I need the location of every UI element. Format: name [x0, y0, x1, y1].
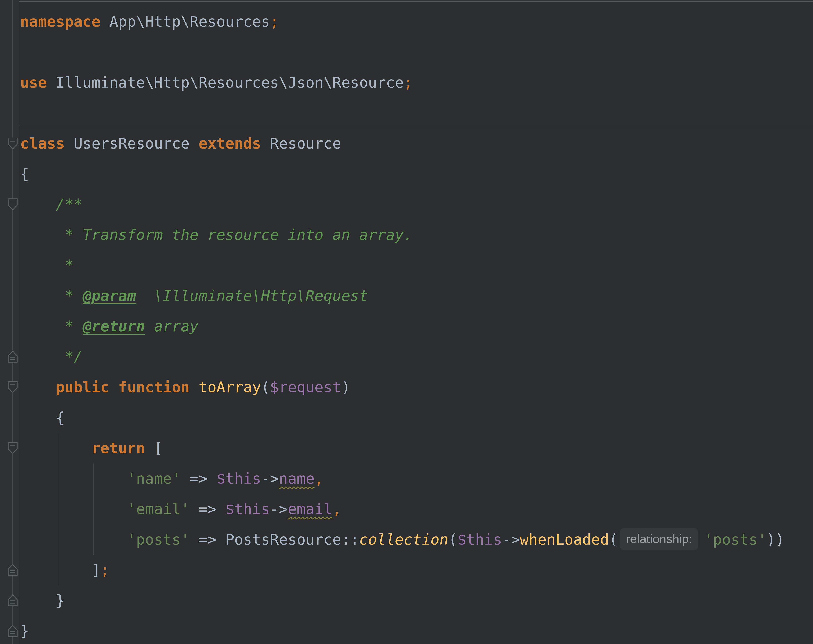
code-token[interactable]: toArray — [199, 378, 261, 396]
code-token[interactable]: extends — [199, 135, 261, 152]
code-token[interactable]: -> — [270, 500, 288, 518]
code-token[interactable]: $request — [270, 378, 341, 396]
code-token[interactable]: 'email' — [127, 500, 190, 518]
code-token[interactable]: 'posts' — [704, 531, 766, 548]
code-token[interactable]: @return — [83, 318, 145, 335]
inline-parameter-hint[interactable]: relationship: — [620, 528, 699, 551]
code-token[interactable]: array — [145, 318, 199, 335]
code-editor: namespace App\Http\Resources;use Illumin… — [0, 0, 813, 644]
code-token[interactable]: collection — [359, 531, 448, 548]
code-token[interactable]: Illuminate\Http\Resources\Json\Resource — [47, 74, 404, 91]
code-token[interactable]: * — [20, 257, 74, 274]
code-token[interactable]: , — [332, 500, 341, 518]
code-token[interactable]: { — [20, 409, 65, 426]
code-token[interactable]: 'name' — [127, 470, 181, 487]
code-token[interactable]: 'posts' — [127, 531, 190, 548]
code-token[interactable]: Resource — [261, 135, 341, 152]
code-token[interactable]: , — [314, 470, 324, 487]
code-token[interactable]: $this — [457, 531, 502, 548]
code-token[interactable]: public — [56, 378, 109, 396]
code-line-4[interactable] — [20, 98, 813, 128]
code-token[interactable] — [190, 378, 199, 396]
code-token[interactable]: $this — [225, 500, 270, 518]
code-area[interactable]: namespace App\Http\Resources;use Illumin… — [0, 0, 813, 644]
code-line-5[interactable]: class UsersResource extends Resource — [20, 128, 813, 159]
code-line-8[interactable]: * Transform the resource into an array. — [20, 220, 813, 250]
code-token[interactable]: { — [20, 165, 29, 183]
code-line-3[interactable]: use Illuminate\Http\Resources\Json\Resou… — [20, 67, 813, 98]
code-token[interactable]: } — [20, 592, 65, 609]
code-line-15[interactable]: return [ — [20, 433, 813, 463]
code-line-17[interactable]: 'email' => $this->email, — [20, 494, 813, 524]
code-line-18[interactable]: 'posts' => PostsResource::collection($th… — [20, 524, 813, 555]
code-token[interactable]: App\Http\Resources — [100, 13, 270, 30]
code-token[interactable] — [20, 439, 92, 457]
code-token[interactable]: return — [92, 439, 145, 457]
code-token[interactable]: ; — [100, 561, 109, 579]
code-token[interactable] — [20, 500, 127, 518]
code-token[interactable]: => — [181, 470, 216, 487]
code-token[interactable]: use — [20, 74, 47, 91]
code-token[interactable]: ; — [270, 13, 279, 30]
code-line-11[interactable]: * @return array — [20, 311, 813, 341]
code-line-14[interactable]: { — [20, 402, 813, 433]
code-token[interactable]: \Illuminate\Http\Request — [136, 287, 368, 304]
code-line-2[interactable] — [20, 37, 813, 67]
code-token[interactable] — [20, 531, 127, 548]
code-token[interactable]: ( — [448, 531, 457, 548]
code-token[interactable]: -> — [261, 470, 279, 487]
code-token[interactable]: ] — [20, 561, 100, 579]
code-token[interactable]: )) — [766, 531, 784, 548]
code-token[interactable]: * — [20, 287, 83, 304]
code-token[interactable]: -> — [502, 531, 520, 548]
code-token[interactable]: ; — [404, 74, 413, 91]
code-token[interactable]: * — [20, 318, 83, 335]
code-token[interactable]: */ — [20, 348, 83, 366]
code-line-21[interactable]: } — [20, 616, 813, 644]
code-line-10[interactable]: * @param \Illuminate\Http\Request — [20, 280, 813, 311]
code-line-1[interactable]: namespace App\Http\Resources; — [20, 6, 813, 37]
code-line-7[interactable]: /** — [20, 189, 813, 220]
code-token[interactable]: @param — [83, 287, 136, 304]
code-token[interactable]: * Transform the resource into an array. — [20, 226, 413, 243]
code-token[interactable]: ) — [341, 378, 350, 396]
code-token[interactable]: [ — [145, 439, 163, 457]
code-token[interactable]: name — [279, 470, 314, 487]
code-token[interactable]: $this — [216, 470, 261, 487]
code-line-6[interactable]: { — [20, 159, 813, 189]
code-token[interactable]: } — [20, 622, 29, 639]
code-token[interactable]: => — [190, 500, 225, 518]
code-token[interactable]: email — [288, 500, 332, 518]
code-line-16[interactable]: 'name' => $this->name, — [20, 463, 813, 494]
code-line-13[interactable]: public function toArray($request) — [20, 372, 813, 402]
code-token[interactable]: namespace — [20, 13, 100, 30]
code-token[interactable]: ( — [261, 378, 270, 396]
code-token[interactable] — [109, 378, 118, 396]
code-token[interactable]: whenLoaded — [520, 531, 609, 548]
code-token[interactable]: class — [20, 135, 65, 152]
code-token[interactable]: => PostsResource:: — [190, 531, 359, 548]
code-token[interactable] — [20, 378, 56, 396]
code-line-19[interactable]: ]; — [20, 555, 813, 585]
code-line-9[interactable]: * — [20, 250, 813, 280]
code-token[interactable]: UsersResource — [65, 135, 199, 152]
code-token[interactable] — [20, 470, 127, 487]
code-token[interactable]: function — [118, 378, 190, 396]
code-line-20[interactable]: } — [20, 585, 813, 616]
code-line-12[interactable]: */ — [20, 341, 813, 372]
code-token[interactable]: ( — [609, 531, 618, 548]
code-token[interactable]: /** — [20, 196, 83, 213]
